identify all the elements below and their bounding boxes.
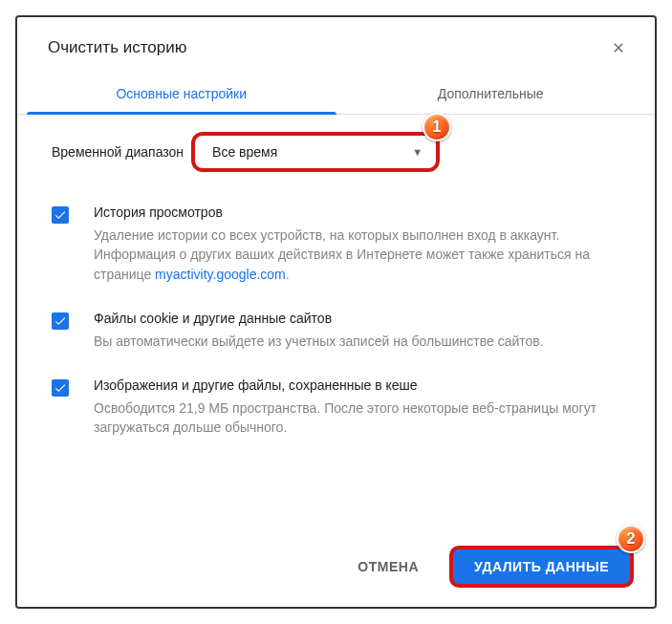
time-range-select[interactable]: Все время ▼	[191, 132, 440, 172]
option-text: Изображения и другие файлы, сохраненные …	[94, 377, 620, 438]
checkbox-browsing-history[interactable]	[52, 206, 69, 224]
chevron-down-icon: ▼	[412, 146, 423, 158]
checkbox-cookies[interactable]	[52, 312, 69, 330]
option-text: Файлы cookie и другие данные сайтов Вы а…	[94, 311, 620, 351]
close-button[interactable]	[605, 34, 632, 61]
option-desc-pre: Освободится 21,9 МБ пространства. После …	[94, 400, 596, 435]
option-cache: Изображения и другие файлы, сохраненные …	[52, 377, 620, 438]
check-icon	[54, 208, 67, 222]
dialog-footer: ОТМЕНА УДАЛИТЬ ДАННЫЕ 2	[17, 532, 655, 607]
option-cookies: Файлы cookie и другие данные сайтов Вы а…	[52, 311, 620, 351]
cancel-button[interactable]: ОТМЕНА	[340, 549, 436, 584]
time-range-row: Временной диапазон Все время ▼ 1	[52, 132, 620, 172]
dialog-header: Очистить историю	[17, 17, 655, 73]
options-list: История просмотров Удаление истории со в…	[52, 204, 620, 438]
check-icon	[54, 314, 67, 328]
checkbox-cache[interactable]	[52, 379, 69, 397]
option-title: Изображения и другие файлы, сохраненные …	[94, 377, 620, 393]
tabs: Основные настройки Дополнительные	[17, 73, 655, 115]
myactivity-link[interactable]: myactivity.google.com	[155, 267, 286, 282]
option-desc: Вы автоматически выйдете из учетных запи…	[94, 332, 620, 351]
option-browsing-history: История просмотров Удаление истории со в…	[52, 204, 620, 284]
annotation-marker-2: 2	[617, 525, 645, 553]
option-desc-pre: Вы автоматически выйдете из учетных запи…	[94, 334, 544, 349]
time-range-label: Временной диапазон	[52, 144, 184, 160]
option-title: Файлы cookie и другие данные сайтов	[94, 311, 620, 326]
time-range-selected: Все время	[212, 144, 277, 160]
option-desc: Удаление истории со всех устройств, на к…	[94, 226, 620, 284]
confirm-button-wrap: УДАЛИТЬ ДАННЫЕ 2	[449, 546, 634, 588]
clear-history-dialog: Очистить историю Основные настройки Допо…	[15, 15, 657, 609]
option-desc-post: .	[286, 267, 290, 282]
option-title: История просмотров	[94, 204, 620, 220]
check-icon	[54, 381, 67, 395]
dialog-content: Временной диапазон Все время ▼ 1 История…	[17, 115, 655, 532]
delete-data-button[interactable]: УДАЛИТЬ ДАННЫЕ	[449, 546, 634, 588]
tab-advanced[interactable]: Дополнительные	[336, 73, 646, 114]
tab-basic[interactable]: Основные настройки	[27, 73, 336, 114]
time-range-select-wrap: Все время ▼ 1	[191, 132, 440, 172]
option-text: История просмотров Удаление истории со в…	[94, 204, 620, 284]
option-desc: Освободится 21,9 МБ пространства. После …	[94, 398, 620, 438]
close-icon	[611, 40, 626, 55]
annotation-marker-1: 1	[423, 113, 451, 141]
dialog-title: Очистить историю	[48, 38, 186, 57]
